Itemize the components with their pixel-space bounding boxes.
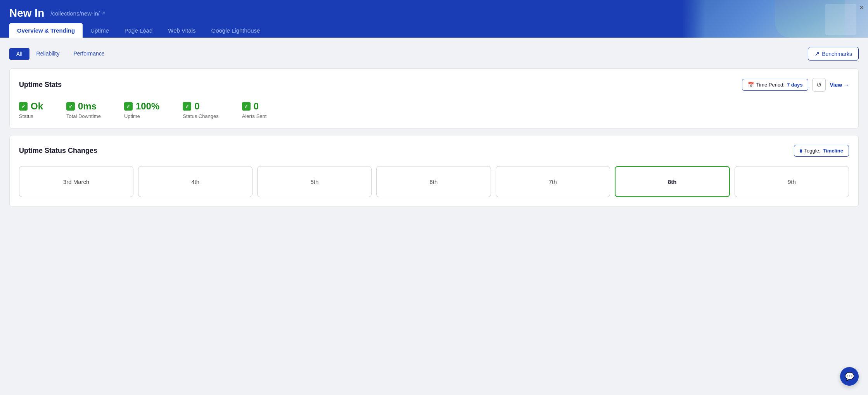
benchmarks-button[interactable]: ↗ Benchmarks <box>808 47 859 61</box>
stat-uptime-value: ✓ 100% <box>124 101 159 112</box>
calendar-day-mar5[interactable]: 5th <box>257 166 372 197</box>
filter-reliability[interactable]: Reliability <box>29 48 67 60</box>
calendar-icon: 📅 <box>748 82 754 88</box>
page-title: New In <box>9 7 44 19</box>
uptime-stats-header: Uptime Stats 📅 Time Period: 7 days ↺ Vie… <box>19 78 849 92</box>
calendar-day-mar3[interactable]: 3rd March <box>19 166 133 197</box>
stat-status-value: ✓ Ok <box>19 101 43 112</box>
toggle-button[interactable]: ⧫ Toggle: Timeline <box>794 145 849 157</box>
calendar-day-mar6[interactable]: 6th <box>376 166 491 197</box>
stat-uptime-label: Uptime <box>124 113 159 119</box>
main-content: All Reliability Performance ↗ Benchmarks… <box>0 38 868 371</box>
stat-alerts: ✓ 0 Alerts Sent <box>242 101 267 119</box>
calendar-day-mar8[interactable]: 8th <box>615 166 730 197</box>
header: New In /collections/new-in/ ↗ ✕ Overview… <box>0 0 868 38</box>
time-period-button[interactable]: 📅 Time Period: 7 days <box>742 79 809 91</box>
uptime-stats-card: Uptime Stats 📅 Time Period: 7 days ↺ Vie… <box>9 68 859 129</box>
filter-tabs-left: All Reliability Performance <box>9 48 112 60</box>
stat-changes: ✓ 0 Status Changes <box>183 101 219 119</box>
stat-alerts-value: ✓ 0 <box>242 101 267 112</box>
view-link[interactable]: View → <box>830 82 849 88</box>
filter-performance[interactable]: Performance <box>66 48 111 60</box>
nav-tabs: Overview & Trending Uptime Page Load Web… <box>0 23 868 38</box>
tab-overview[interactable]: Overview & Trending <box>9 23 83 38</box>
filter-icon: ⧫ <box>800 148 802 154</box>
reset-button[interactable]: ↺ <box>812 78 826 92</box>
filter-tabs-row: All Reliability Performance ↗ Benchmarks <box>9 47 859 61</box>
stat-downtime-label: Total Downtime <box>66 113 101 119</box>
tab-page-load[interactable]: Page Load <box>117 23 161 38</box>
uptime-stats-actions: 📅 Time Period: 7 days ↺ View → <box>742 78 849 92</box>
stat-status-label: Status <box>19 113 43 119</box>
stat-alerts-label: Alerts Sent <box>242 113 267 119</box>
tab-uptime[interactable]: Uptime <box>83 23 117 38</box>
calendar-row: 3rd March 4th 5th 6th 7th 8th 9th <box>19 166 849 197</box>
calendar-day-mar4[interactable]: 4th <box>138 166 252 197</box>
check-icon-downtime: ✓ <box>66 102 75 111</box>
check-icon-changes: ✓ <box>183 102 191 111</box>
header-url: /collections/new-in/ ↗ <box>50 10 105 17</box>
close-icon[interactable]: ✕ <box>859 4 864 11</box>
status-changes-title: Uptime Status Changes <box>19 147 97 155</box>
stats-row: ✓ Ok Status ✓ 0ms Total Downtime ✓ 100% <box>19 101 849 119</box>
calendar-day-mar9[interactable]: 9th <box>735 166 849 197</box>
external-link-icon: ↗ <box>101 10 105 16</box>
benchmarks-icon: ↗ <box>814 50 820 57</box>
check-icon-alerts: ✓ <box>242 102 251 111</box>
stat-status: ✓ Ok Status <box>19 101 43 119</box>
uptime-stats-title: Uptime Stats <box>19 81 62 89</box>
stat-changes-value: ✓ 0 <box>183 101 219 112</box>
calendar-day-mar7[interactable]: 7th <box>496 166 610 197</box>
stat-downtime-value: ✓ 0ms <box>66 101 101 112</box>
stat-changes-label: Status Changes <box>183 113 219 119</box>
check-icon-status: ✓ <box>19 102 28 111</box>
uptime-status-changes-card: Uptime Status Changes ⧫ Toggle: Timeline… <box>9 135 859 207</box>
stat-uptime: ✓ 100% Uptime <box>124 101 159 119</box>
status-changes-header: Uptime Status Changes ⧫ Toggle: Timeline <box>19 145 849 157</box>
tab-lighthouse[interactable]: Google Lighthouse <box>203 23 268 38</box>
check-icon-uptime: ✓ <box>124 102 133 111</box>
stat-downtime: ✓ 0ms Total Downtime <box>66 101 101 119</box>
reset-icon: ↺ <box>816 81 821 88</box>
tab-web-vitals[interactable]: Web Vitals <box>160 23 203 38</box>
filter-all[interactable]: All <box>9 48 29 60</box>
